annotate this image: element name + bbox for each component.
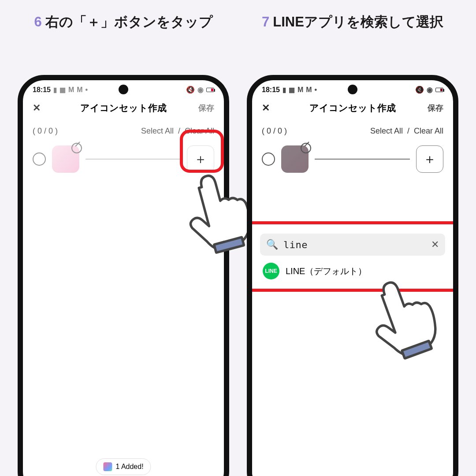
wifi-icon: ◉ — [427, 86, 433, 94]
select-radio[interactable] — [262, 152, 275, 166]
icon-row: ＋ — [252, 142, 453, 176]
icon-row: ＋ — [23, 142, 224, 176]
search-field[interactable]: 🔍 line ✕ — [260, 234, 445, 256]
battery-icon: ▮ — [283, 86, 286, 94]
app-bar: ✕ アイコンセット作成 保存 — [23, 96, 224, 120]
camera-notch — [119, 85, 128, 94]
step-text: LINEアプリを検索して選択 — [273, 14, 443, 30]
toast-text: 1 Added! — [115, 463, 143, 471]
clear-all-button[interactable]: Clear All — [185, 126, 214, 135]
counter: ( 0 / 0 ) — [262, 126, 287, 136]
icon-thumbnail[interactable] — [52, 145, 79, 173]
save-button[interactable]: 保存 — [198, 103, 214, 113]
mail-icon-2: M — [77, 86, 82, 94]
step-text: 右の「＋」ボタンをタップ — [45, 14, 213, 30]
step-7-column: 7LINEアプリを検索して選択 18:15 ▮ ▦ M M • — [238, 0, 467, 463]
grid-icon: ▦ — [289, 86, 295, 94]
select-radio[interactable] — [33, 152, 46, 166]
add-app-button[interactable]: ＋ — [416, 145, 443, 173]
save-button[interactable]: 保存 — [428, 103, 443, 113]
app-title: アイコンセット作成 — [309, 102, 396, 114]
step-7-heading: 7LINEアプリを検索して選択 — [238, 0, 467, 75]
line-app-icon: LINE — [263, 263, 279, 279]
search-result-line[interactable]: LINE LINE（デフォルト） — [260, 256, 445, 286]
status-time: 18:15 — [262, 86, 280, 94]
selection-bar: ( 0 / 0 ) Select All / Clear All — [252, 120, 453, 142]
step-number: 6 — [34, 14, 41, 30]
add-app-button[interactable]: ＋ — [187, 145, 214, 173]
select-all-button[interactable]: Select All — [141, 126, 174, 135]
step-number: 7 — [262, 14, 269, 30]
dot-icon: • — [86, 86, 88, 94]
selection-bar: ( 0 / 0 ) Select All / Clear All — [23, 120, 224, 142]
result-label: LINE（デフォルト） — [286, 265, 367, 277]
phone-frame: 18:15 ▮ ▦ M M • 🔇 ◉ — [247, 75, 458, 476]
mute-icon: 🔇 — [186, 86, 195, 94]
icon-thumbnail[interactable] — [281, 145, 309, 173]
grid-icon: ▦ — [60, 86, 66, 94]
mail-icon-1: M — [68, 86, 74, 94]
status-bar: 18:15 ▮ ▦ M M • 🔇 ◉ — [252, 80, 453, 96]
status-time: 18:15 — [33, 86, 51, 94]
app-title: アイコンセット作成 — [80, 102, 167, 114]
wifi-icon: ◉ — [197, 86, 204, 94]
search-icon: 🔍 — [266, 239, 278, 250]
dot-icon: • — [315, 86, 317, 94]
search-input[interactable]: line — [283, 239, 426, 250]
select-all-button[interactable]: Select All — [370, 126, 403, 135]
step-6-column: 6右の「＋」ボタンをタップ 18:15 ▮ ▦ M M • — [9, 0, 238, 463]
toast-icon — [103, 462, 112, 471]
connector-line — [86, 159, 181, 160]
app-bar: ✕ アイコンセット作成 保存 — [252, 96, 453, 120]
connector-line — [315, 159, 410, 160]
added-toast: 1 Added! — [96, 458, 151, 475]
phone-frame: 18:15 ▮ ▦ M M • 🔇 ◉ — [18, 75, 229, 476]
phone-mockup-1: 18:15 ▮ ▦ M M • 🔇 ◉ — [18, 75, 229, 463]
phone-mockup-2: 18:15 ▮ ▦ M M • 🔇 ◉ — [247, 75, 458, 463]
close-button[interactable]: ✕ — [262, 102, 270, 114]
mute-icon: 🔇 — [415, 86, 424, 94]
clear-all-button[interactable]: Clear All — [414, 126, 443, 135]
battery-low-icon — [206, 88, 214, 92]
clear-search-button[interactable]: ✕ — [431, 239, 439, 250]
counter: ( 0 / 0 ) — [33, 126, 58, 136]
mail-icon-1: M — [298, 86, 303, 94]
battery-icon: ▮ — [53, 86, 57, 94]
mail-icon-2: M — [306, 86, 312, 94]
battery-low-icon — [435, 88, 443, 92]
app-search-sheet: 🔍 line ✕ LINE LINE（デフォルト） — [252, 226, 453, 476]
close-button[interactable]: ✕ — [33, 102, 41, 114]
step-6-heading: 6右の「＋」ボタンをタップ — [9, 0, 238, 75]
